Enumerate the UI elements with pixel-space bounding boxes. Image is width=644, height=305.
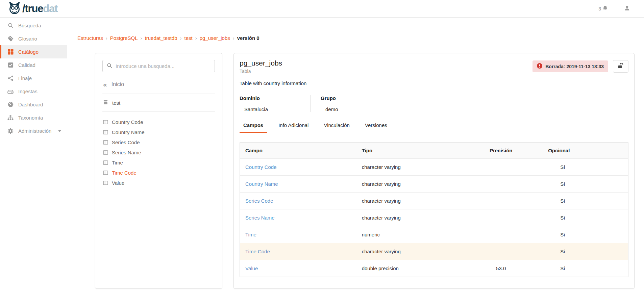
explorer-parent-node[interactable]: test <box>102 94 215 112</box>
sidebar-item-label: Calidad <box>18 62 35 68</box>
field-link[interactable]: Time Code <box>245 249 270 254</box>
breadcrumb-link[interactable]: pg_user_jobs <box>200 35 230 41</box>
field-tree-item-label: Series Code <box>112 139 140 145</box>
field-tree-item[interactable]: Country Code <box>103 117 214 127</box>
field-tree-item[interactable]: Time <box>103 157 214 168</box>
page-title: pg_user_jobs <box>240 59 282 67</box>
cell-tipo: character varying <box>356 176 459 192</box>
logo-text: /truedat <box>22 3 57 14</box>
field-link[interactable]: Country Name <box>245 181 278 187</box>
sidebar-item-label: Linaje <box>18 75 32 81</box>
breadcrumb-link[interactable]: truedat_testdb <box>145 35 177 41</box>
top-bar-actions: 3 <box>598 5 630 13</box>
exclamation-circle-icon <box>537 63 542 70</box>
tab[interactable]: Versiones <box>365 122 387 133</box>
sidebar-item-ingestas[interactable]: Ingestas <box>0 85 67 98</box>
share-icon <box>7 75 14 81</box>
meta-dominio: Dominio Santalucia <box>240 95 311 112</box>
sidebar-item-busqueda[interactable]: Búsqueda <box>0 19 67 32</box>
tab[interactable]: Info Adicional <box>278 122 308 133</box>
field-tree-item-label: Country Name <box>112 129 145 135</box>
explorer-back-home[interactable]: « Inicio <box>102 81 215 94</box>
sidebar-item-taxonomia[interactable]: Taxonomía <box>0 111 67 124</box>
cell-opcional: Sí <box>543 193 628 209</box>
owl-logo-icon <box>8 1 22 17</box>
table-column-icon <box>103 140 108 145</box>
field-tree-item[interactable]: Country Name <box>103 127 214 137</box>
table-row: Country Name character varying Sí <box>240 175 628 192</box>
sidebar-item-dashboard[interactable]: Dashboard <box>0 98 67 111</box>
cell-precision <box>459 196 543 206</box>
cell-precision <box>459 229 543 240</box>
breadcrumb-separator: › <box>106 35 107 41</box>
field-link[interactable]: Value <box>245 265 258 271</box>
table-column-icon <box>103 160 108 165</box>
user-icon <box>624 7 630 12</box>
field-link[interactable]: Series Name <box>245 215 275 221</box>
user-menu-button[interactable] <box>624 5 630 13</box>
breadcrumb-separator: › <box>141 35 142 41</box>
title-block: pg_user_jobs Tabla <box>240 59 282 74</box>
cell-precision <box>459 246 543 257</box>
cell-tipo: numeric <box>356 226 459 243</box>
cell-campo: Value <box>240 260 356 277</box>
table-column-icon <box>103 130 108 134</box>
field-tree: Country Code Country Name <box>102 112 215 188</box>
column-header-campo: Campo <box>240 143 356 158</box>
cell-opcional: Sí <box>543 176 628 192</box>
cell-tipo: double precision <box>356 260 459 277</box>
detail-header-actions: Borrada: 2019-11-13 18:33 <box>532 60 628 73</box>
field-link[interactable]: Series Code <box>245 198 273 204</box>
caret-down-icon <box>58 130 61 132</box>
breadcrumb-link[interactable]: test <box>184 35 192 41</box>
truedat-logo[interactable]: /truedat <box>8 1 57 17</box>
tab[interactable]: Vinculación <box>324 122 349 133</box>
sidebar-item-label: Administración <box>18 128 51 134</box>
cell-tipo: character varying <box>356 243 459 260</box>
tab[interactable]: Campos <box>243 122 263 133</box>
sidebar-item-calidad[interactable]: Calidad <box>0 58 67 72</box>
column-header-tipo: Tipo <box>356 143 459 158</box>
lock-open-icon <box>617 62 624 70</box>
sidebar-item-administracion[interactable]: Administración <box>0 124 67 137</box>
field-tree-item[interactable]: Series Name <box>103 147 214 157</box>
table-row: Series Name character varying Sí <box>240 209 628 226</box>
field-tree-item[interactable]: Series Code <box>103 137 214 147</box>
notifications-button[interactable]: 3 <box>598 5 608 12</box>
grid-icon <box>7 49 14 55</box>
table-column-icon <box>103 171 108 175</box>
explorer-search-box <box>102 60 215 72</box>
meta-label: Dominio <box>240 95 300 101</box>
cell-precision <box>459 179 543 189</box>
structure-detail-panel: pg_user_jobs Tabla Borrada: 2019-11-13 1… <box>233 53 635 289</box>
structure-explorer-panel: « Inicio test <box>95 53 222 289</box>
cell-opcional: Sí <box>543 209 628 226</box>
column-header-precision: Precisión <box>459 143 543 158</box>
table-column-icon <box>103 150 108 155</box>
table-row: Country Code character varying Sí <box>240 158 628 175</box>
detail-header: pg_user_jobs Tabla Borrada: 2019-11-13 1… <box>240 59 628 74</box>
field-link[interactable]: Time <box>245 232 256 237</box>
search-icon <box>7 23 14 29</box>
field-link[interactable]: Country Code <box>245 164 277 170</box>
sidebar-item-linaje[interactable]: Linaje <box>0 72 67 85</box>
explorer-search-input[interactable] <box>116 63 210 69</box>
sidebar-item-label: Ingestas <box>18 88 38 94</box>
cell-campo: Series Code <box>240 193 356 209</box>
lock-toggle-button[interactable] <box>613 60 628 73</box>
field-tree-item[interactable]: Value <box>103 178 214 188</box>
fields-table-header: Campo Tipo Precisión Opcional <box>240 143 628 158</box>
cell-opcional: Sí <box>543 243 628 260</box>
sidebar-item-catalogo[interactable]: Catálogo <box>0 45 67 58</box>
breadcrumb-separator: › <box>195 35 197 41</box>
sidebar-item-label: Dashboard <box>18 102 43 107</box>
field-tree-item[interactable]: Time Code <box>103 168 214 178</box>
sidebar-item-glosario[interactable]: Glosario <box>0 32 67 45</box>
table-row: Value double precision 53.0 Sí <box>240 260 628 277</box>
database-icon <box>103 100 108 106</box>
cell-campo: Series Name <box>240 209 356 226</box>
notifications-count: 3 <box>598 6 601 11</box>
breadcrumb-link[interactable]: PostgreSQL <box>110 35 138 41</box>
breadcrumb-link[interactable]: Estructuras <box>77 35 103 41</box>
deleted-status-badge: Borrada: 2019-11-13 18:33 <box>532 60 608 72</box>
